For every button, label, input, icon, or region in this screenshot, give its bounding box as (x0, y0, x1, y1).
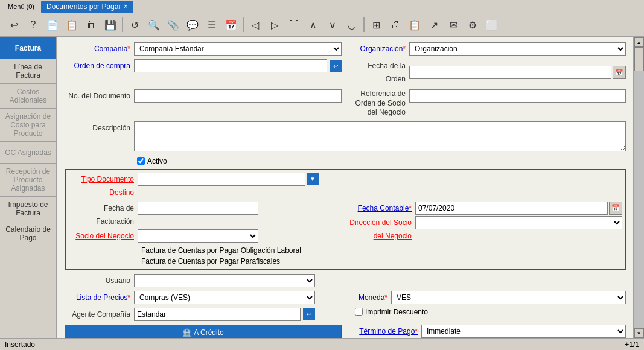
termino-pago-label: Término de Pago (349, 325, 421, 338)
usuario-select[interactable] (134, 274, 315, 287)
socio-select[interactable] (138, 229, 258, 243)
help-button[interactable]: ? (24, 16, 42, 34)
compania-link[interactable]: Compañía (94, 45, 130, 53)
refresh-button[interactable]: ↺ (126, 16, 144, 34)
lista-link[interactable]: Lista de Precios (76, 293, 130, 302)
status-bar: Insertado +1/1 (0, 338, 644, 350)
page-indicator: +1/1 (625, 340, 639, 349)
direccion-select[interactable] (415, 216, 622, 229)
down-button[interactable]: ∨ (324, 16, 342, 34)
organizacion-label: Organización (349, 42, 409, 56)
fecha-cont-link[interactable]: Fecha Contable (358, 204, 412, 212)
fecha-fact-label: Fecha de Facturación (68, 202, 138, 228)
fecha-orden-cal[interactable]: 📅 (613, 66, 626, 79)
termino-pago-select[interactable]: Immediate (421, 325, 626, 338)
list-button[interactable]: ☰ (203, 16, 221, 34)
sidebar-item-linea-factura[interactable]: Línea de Factura (0, 59, 56, 84)
dropdown-item-2[interactable]: Factura de Cuentas por Pagar Parafiscale… (138, 256, 319, 267)
agente-label: Agente Compañía (65, 308, 134, 321)
compania-label: Compañía (65, 42, 134, 56)
fecha-fact-input[interactable] (138, 202, 258, 215)
sidebar-label-impuesto: Impuesto de Factura (2, 200, 54, 217)
separator2 (243, 18, 244, 32)
sidebar-item-impuesto[interactable]: Impuesto de Factura (0, 197, 56, 221)
scroll-track (634, 47, 644, 328)
sidebar-item-factura[interactable]: Factura (0, 37, 56, 59)
descripcion-textarea[interactable] (134, 121, 626, 151)
sidebar-item-costos[interactable]: Costos Adicionales (0, 84, 56, 109)
organizacion-select[interactable]: Organización (409, 42, 626, 56)
agente-input[interactable] (134, 308, 301, 321)
export-button[interactable]: ↗ (425, 16, 443, 34)
right-scrollbar[interactable]: ▲ ▼ (633, 37, 644, 338)
print-button[interactable]: 🖨 (386, 16, 404, 34)
expand-button[interactable]: ⊞ (367, 16, 385, 34)
sidebar-label-recepcion: Recepción de Producto Asignadas (2, 167, 54, 192)
lista-precios-select[interactable]: Compras (VES) (134, 291, 315, 304)
usuario-label: Usuario (65, 274, 134, 287)
sidebar-label-oc: OC Asignadas (5, 148, 51, 157)
compania-select[interactable]: Compañía Estándar (134, 42, 342, 56)
orden-link[interactable]: Orden de compra (74, 62, 130, 70)
fecha-orden-input[interactable] (409, 66, 611, 79)
fecha-cont-cal[interactable]: 📅 (609, 202, 622, 215)
activo-row: Activo (65, 157, 626, 165)
termino-link[interactable]: Término de Pago (359, 327, 418, 336)
scroll-down-button[interactable]: ▼ (634, 328, 644, 338)
active-tab[interactable]: Documentos por Pagar ✕ (41, 1, 133, 13)
undo-button[interactable]: ↩ (5, 16, 23, 34)
sidebar-item-oc[interactable]: OC Asignadas (0, 142, 56, 164)
highlight-section: Tipo Documento Destino ▼ Fecha de Factur… (65, 169, 626, 270)
chat-button[interactable]: 💬 (183, 16, 202, 34)
tipo-doc-input[interactable] (138, 173, 305, 186)
fecha-cont-input[interactable] (415, 202, 608, 215)
search-button[interactable]: 🔍 (145, 16, 163, 34)
copy-button[interactable]: 📋 (63, 16, 81, 34)
attach-button[interactable]: 📎 (164, 16, 182, 34)
referencia-input[interactable] (409, 89, 626, 103)
sidebar-item-asignacion[interactable]: Asignación de Costo para Producto (0, 109, 56, 142)
status-text: Insertado (5, 340, 35, 349)
scroll-up-button[interactable]: ▲ (634, 37, 644, 47)
first-button[interactable]: ⛶ (285, 16, 303, 34)
menu-item[interactable]: Menú (0) (2, 1, 40, 12)
main-container: Factura Línea de Factura Costos Adiciona… (0, 37, 644, 338)
delete-button[interactable]: 🗑 (82, 16, 100, 34)
descripcion-label: Descripción (65, 121, 134, 135)
tipo-doc-arrow[interactable]: ▼ (307, 173, 319, 185)
dropdown-item-1[interactable]: Factura de Cuentas por Pagar Obligación … (138, 245, 319, 256)
report-button[interactable]: 📋 (406, 16, 424, 34)
tab-close-icon[interactable]: ✕ (123, 3, 128, 10)
org-link[interactable]: Organización (360, 45, 406, 53)
up-button[interactable]: ∧ (304, 16, 322, 34)
activo-checkbox[interactable] (137, 157, 145, 165)
settings-button[interactable]: ⚙ (464, 16, 482, 34)
tipo-doc-link[interactable]: Tipo Documento Destino (81, 175, 134, 197)
scroll-thumb[interactable] (634, 47, 644, 71)
calendar-button[interactable]: 📅 (222, 16, 240, 34)
a-credito-button[interactable]: 🏦 A Crédito (65, 325, 342, 338)
new-button[interactable]: 📄 (43, 16, 62, 34)
sidebar-item-recepcion[interactable]: Recepción de Producto Asignadas (0, 164, 56, 197)
sidebar-label-asignacion: Asignación de Costo para Producto (2, 112, 54, 138)
prev-button[interactable]: ◁ (246, 16, 264, 34)
sidebar-item-calendario[interactable]: Calendario de Pago (0, 221, 56, 246)
send-button[interactable]: ✉ (444, 16, 462, 34)
orden-compra-button[interactable]: ↩ (330, 60, 342, 72)
agente-button[interactable]: ↩ (303, 308, 315, 320)
next-button[interactable]: ▷ (266, 16, 284, 34)
tab-label: Documentos por Pagar (46, 2, 121, 11)
view-button[interactable]: ⬜ (483, 16, 501, 34)
moneda-link[interactable]: Moneda (359, 293, 387, 302)
tipo-doc-label: Tipo Documento Destino (68, 173, 138, 199)
fecha-orden-label: Fecha de la Orden (349, 59, 409, 86)
imprimir-checkbox[interactable] (355, 308, 363, 316)
save-button[interactable]: 💾 (101, 16, 120, 34)
last-button[interactable]: ◡ (343, 16, 361, 34)
orden-compra-input[interactable] (134, 59, 327, 72)
socio-link[interactable]: Socio del Negocio (75, 232, 134, 240)
direccion-link[interactable]: Dirección del Socio del Negocio (349, 218, 412, 240)
moneda-select[interactable]: VES (391, 291, 626, 304)
no-doc-input[interactable] (134, 89, 342, 103)
separator3 (363, 18, 365, 32)
